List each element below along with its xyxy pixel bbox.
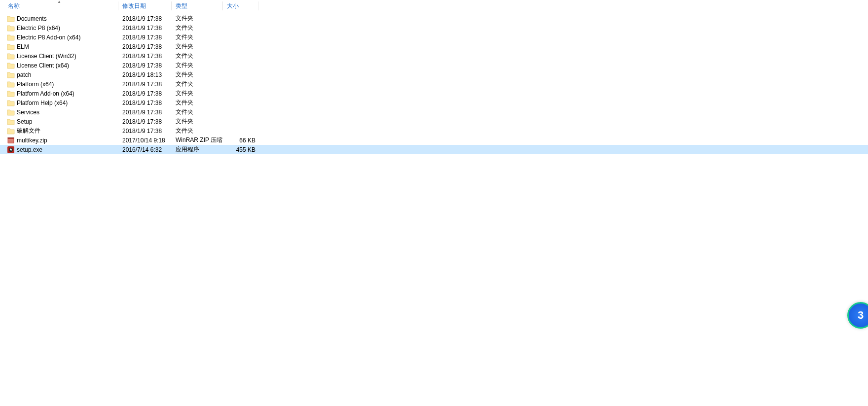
floating-badge[interactable]: 3 <box>847 302 868 329</box>
folder-icon <box>7 62 15 69</box>
file-date-cell: 2018/1/9 17:38 <box>118 107 172 117</box>
file-size-cell <box>223 98 258 107</box>
file-row[interactable]: Services2018/1/9 17:38文件夹 <box>0 107 868 117</box>
file-size-cell <box>223 117 258 126</box>
file-row[interactable]: Platform (x64)2018/1/9 17:38文件夹 <box>0 79 868 89</box>
folder-icon <box>7 118 15 126</box>
file-row[interactable]: Electric P8 (x64)2018/1/9 17:38文件夹 <box>0 23 868 33</box>
file-name-cell[interactable]: Electric P8 Add-on (x64) <box>0 33 118 42</box>
file-size-cell: 66 KB <box>223 135 258 145</box>
file-name-cell[interactable]: multikey.zip <box>0 135 118 145</box>
column-header-name[interactable]: ▲ 名称 <box>0 0 118 12</box>
file-name-label: Setup <box>17 118 32 125</box>
file-name-cell[interactable]: License Client (Win32) <box>0 51 118 61</box>
file-name-cell[interactable]: Platform Help (x64) <box>0 98 118 107</box>
file-type-cell: 文件夹 <box>172 70 223 79</box>
file-size-cell <box>223 61 258 70</box>
file-type-cell: 文件夹 <box>172 61 223 70</box>
file-type-cell: WinRAR ZIP 压缩... <box>172 135 223 145</box>
file-type-cell: 文件夹 <box>172 89 223 98</box>
floating-badge-text: 3 <box>858 309 864 322</box>
column-header-type-label: 类型 <box>176 2 187 10</box>
file-size-cell <box>223 89 258 98</box>
file-type-cell: 文件夹 <box>172 107 223 117</box>
file-date-cell: 2018/1/9 17:38 <box>118 79 172 89</box>
file-name-cell[interactable]: Platform (x64) <box>0 79 118 89</box>
file-name-cell[interactable]: Services <box>0 107 118 117</box>
svg-rect-3 <box>8 140 14 140</box>
file-date-cell: 2018/1/9 17:38 <box>118 42 172 51</box>
file-name-cell[interactable]: Electric P8 (x64) <box>0 23 118 33</box>
file-date-cell: 2017/10/14 9:18 <box>118 135 172 145</box>
file-name-label: Documents <box>17 15 47 22</box>
file-size-cell: 455 KB <box>223 145 258 154</box>
file-name-cell[interactable]: 破解文件 <box>0 126 118 135</box>
file-size-cell <box>223 33 258 42</box>
file-name-label: multikey.zip <box>17 137 47 144</box>
folder-icon <box>7 99 15 107</box>
folder-icon <box>7 43 15 51</box>
file-date-cell: 2018/1/9 18:13 <box>118 70 172 79</box>
file-list[interactable]: Documents2018/1/9 17:38文件夹Electric P8 (x… <box>0 12 868 154</box>
file-row[interactable]: patch2018/1/9 18:13文件夹 <box>0 70 868 79</box>
folder-icon <box>7 24 15 32</box>
file-name-cell[interactable]: Documents <box>0 14 118 23</box>
file-date-cell: 2018/1/9 17:38 <box>118 117 172 126</box>
file-row[interactable]: Platform Add-on (x64)2018/1/9 17:38文件夹 <box>0 89 868 98</box>
file-name-cell[interactable]: Setup <box>0 117 118 126</box>
file-size-cell <box>223 107 258 117</box>
column-header-type[interactable]: 类型 <box>172 0 223 12</box>
file-name-label: setup.exe <box>17 146 42 153</box>
file-name-label: License Client (x64) <box>17 62 69 69</box>
svg-rect-1 <box>8 137 14 138</box>
file-row[interactable]: Electric P8 Add-on (x64)2018/1/9 17:38文件… <box>0 33 868 42</box>
svg-rect-2 <box>8 139 14 139</box>
file-type-cell: 文件夹 <box>172 98 223 107</box>
svg-rect-5 <box>8 142 14 142</box>
file-size-cell <box>223 23 258 33</box>
column-header-spacer <box>258 0 868 12</box>
file-row[interactable]: multikey.zip2017/10/14 9:18WinRAR ZIP 压缩… <box>0 135 868 145</box>
file-date-cell: 2018/1/9 17:38 <box>118 98 172 107</box>
column-header-date-label: 修改日期 <box>122 2 146 10</box>
column-header-name-label: 名称 <box>8 2 20 10</box>
file-row[interactable]: ELM2018/1/9 17:38文件夹 <box>0 42 868 51</box>
file-name-label: patch <box>17 71 31 78</box>
file-type-cell: 文件夹 <box>172 14 223 23</box>
file-name-label: Services <box>17 109 39 116</box>
file-row[interactable]: License Client (x64)2018/1/9 17:38文件夹 <box>0 61 868 70</box>
file-name-label: License Client (Win32) <box>17 53 76 60</box>
file-name-cell[interactable]: License Client (x64) <box>0 61 118 70</box>
sort-asc-icon: ▲ <box>57 0 61 4</box>
file-date-cell: 2018/1/9 17:38 <box>118 33 172 42</box>
file-size-cell <box>223 126 258 135</box>
file-type-cell: 文件夹 <box>172 42 223 51</box>
folder-icon <box>7 80 15 88</box>
file-type-cell: 文件夹 <box>172 117 223 126</box>
exe-icon <box>7 146 15 154</box>
file-name-cell[interactable]: setup.exe <box>0 145 118 154</box>
svg-rect-4 <box>8 141 14 141</box>
file-row[interactable]: Setup2018/1/9 17:38文件夹 <box>0 117 868 126</box>
file-name-cell[interactable]: patch <box>0 70 118 79</box>
file-row[interactable]: 破解文件2018/1/9 17:38文件夹 <box>0 126 868 135</box>
file-date-cell: 2016/7/14 6:32 <box>118 145 172 154</box>
file-name-cell[interactable]: ELM <box>0 42 118 51</box>
folder-icon <box>7 71 15 79</box>
column-header-size[interactable]: 大小 <box>223 0 258 12</box>
folder-icon <box>7 127 15 135</box>
folder-icon <box>7 34 15 41</box>
file-size-cell <box>223 79 258 89</box>
file-row[interactable]: Documents2018/1/9 17:38文件夹 <box>0 14 868 23</box>
file-name-label: Platform Add-on (x64) <box>17 90 74 97</box>
file-date-cell: 2018/1/9 17:38 <box>118 51 172 61</box>
column-header-date[interactable]: 修改日期 <box>118 0 172 12</box>
file-size-cell <box>223 14 258 23</box>
folder-icon <box>7 108 15 116</box>
file-size-cell <box>223 51 258 61</box>
file-row[interactable]: Platform Help (x64)2018/1/9 17:38文件夹 <box>0 98 868 107</box>
file-row[interactable]: License Client (Win32)2018/1/9 17:38文件夹 <box>0 51 868 61</box>
file-name-cell[interactable]: Platform Add-on (x64) <box>0 89 118 98</box>
file-row[interactable]: setup.exe2016/7/14 6:32应用程序455 KB <box>0 145 868 154</box>
file-name-label: Electric P8 Add-on (x64) <box>17 34 80 41</box>
